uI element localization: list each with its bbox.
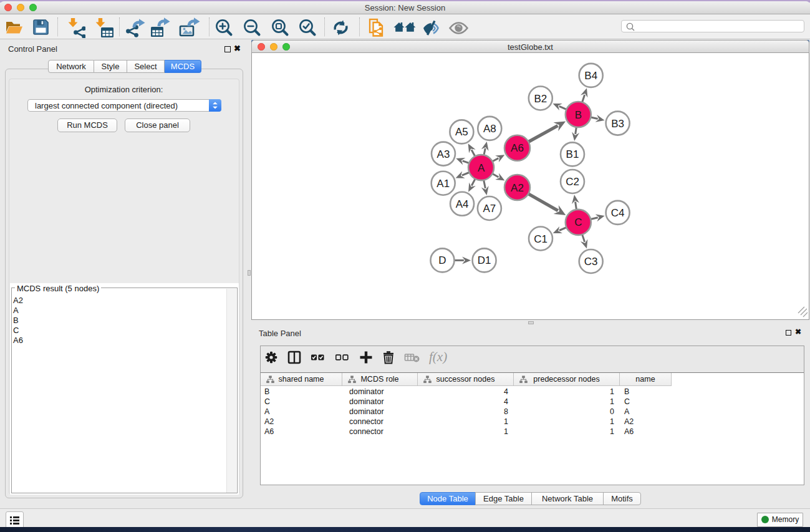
svg-text:A5: A5 (455, 126, 468, 138)
svg-text:A2: A2 (511, 182, 524, 194)
svg-text:A4: A4 (456, 198, 469, 210)
svg-text:C2: C2 (566, 176, 579, 188)
svg-text:B: B (575, 109, 582, 121)
svg-text:B3: B3 (611, 118, 624, 130)
svg-text:C4: C4 (611, 207, 625, 219)
svg-text:B4: B4 (584, 70, 597, 82)
svg-text:A8: A8 (483, 123, 496, 135)
svg-text:D: D (438, 254, 446, 266)
svg-text:B2: B2 (534, 93, 547, 105)
svg-text:A7: A7 (483, 203, 496, 215)
svg-text:C1: C1 (534, 233, 547, 245)
svg-text:C: C (574, 216, 582, 228)
svg-text:A3: A3 (437, 148, 450, 160)
svg-text:D1: D1 (478, 254, 491, 266)
svg-text:A: A (478, 162, 485, 174)
svg-text:A1: A1 (436, 178, 450, 190)
svg-text:A6: A6 (511, 142, 524, 154)
svg-text:C3: C3 (584, 256, 598, 268)
svg-text:B1: B1 (566, 148, 579, 160)
